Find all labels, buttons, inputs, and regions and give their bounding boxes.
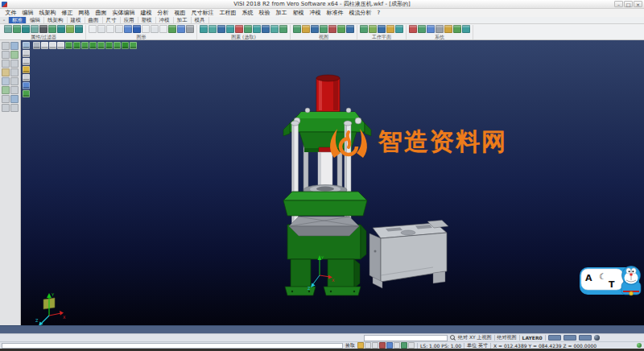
toolbar-icon[interactable]	[57, 25, 65, 33]
layer-swatch[interactable]	[548, 335, 561, 341]
toolbar-icon[interactable]	[328, 25, 336, 33]
toolbar-icon[interactable]	[4, 25, 12, 33]
toolbar-icon[interactable]	[75, 25, 83, 33]
toolbar-icon[interactable]	[409, 25, 417, 33]
toolbar-icon[interactable]	[462, 25, 470, 33]
toolbar-icon[interactable]	[395, 25, 403, 33]
tab-4[interactable]: 建模	[68, 17, 85, 23]
toolbar-icon[interactable]	[208, 25, 217, 33]
toolbar-icon[interactable]	[253, 25, 261, 33]
toolbar-icon[interactable]	[168, 25, 176, 33]
toolbar-icon[interactable]	[453, 25, 461, 33]
toolbar-icon[interactable]	[311, 25, 319, 33]
left-panel-icon[interactable]	[10, 42, 19, 50]
command-input[interactable]	[2, 343, 343, 349]
tab-11[interactable]: 模具	[192, 17, 209, 23]
toolbar-icon[interactable]	[66, 25, 74, 33]
toolbar-icon[interactable]	[302, 25, 310, 33]
left-panel-icon[interactable]	[2, 95, 10, 103]
model-power-unit[interactable]	[369, 221, 448, 289]
left-panel-icon[interactable]	[2, 42, 10, 50]
left-panel-icon[interactable]	[10, 77, 19, 85]
toolbar-icon[interactable]	[89, 25, 97, 33]
render-mode-icon[interactable]	[594, 335, 600, 341]
model-hydraulic-press[interactable]: Y X Z	[283, 75, 371, 295]
toolbar-icon[interactable]	[151, 25, 159, 33]
toolbar-icon[interactable]	[217, 25, 225, 33]
snap-toggle-icon[interactable]	[372, 342, 378, 349]
tab-10[interactable]: 加工	[174, 17, 192, 23]
menu-item[interactable]: 文件	[2, 9, 19, 17]
menu-item[interactable]: 编辑	[19, 9, 36, 17]
tab-8[interactable]: 塑模	[138, 17, 156, 23]
toolbar-icon[interactable]	[226, 25, 234, 33]
snap-toggle-icon[interactable]	[408, 342, 415, 349]
menu-item[interactable]: 视图	[171, 9, 188, 17]
toolbar-icon[interactable]	[378, 25, 386, 33]
left-panel-icon[interactable]	[2, 86, 10, 94]
workplane-indicator[interactable]: 绝对 XY 上视图	[458, 334, 492, 341]
menu-item[interactable]: 校验	[256, 9, 273, 17]
toolbar-icon[interactable]	[418, 25, 426, 33]
tab-9[interactable]: 冲模	[156, 17, 174, 23]
menu-item[interactable]: 分析	[155, 9, 171, 17]
left-panel-icon[interactable]	[10, 68, 19, 76]
scene-canvas[interactable]: Y X Z	[21, 40, 644, 325]
menu-item[interactable]: 曲面	[93, 9, 109, 17]
close-button[interactable]: ×	[634, 1, 642, 7]
left-panel-icon[interactable]	[10, 60, 19, 68]
left-panel-icon[interactable]	[2, 68, 10, 76]
toolbar-icon[interactable]	[386, 25, 394, 33]
left-panel-icon[interactable]	[10, 104, 19, 112]
snap-toggle-icon[interactable]	[357, 342, 364, 349]
toolbar-icon[interactable]	[293, 25, 301, 33]
toolbar-icon[interactable]	[279, 25, 287, 33]
left-panel-icon[interactable]	[10, 86, 19, 94]
tab-2[interactable]: 编辑	[27, 17, 44, 23]
toolbar-icon[interactable]	[244, 25, 252, 33]
toolbar-icon[interactable]	[22, 25, 30, 33]
toolbar-icon[interactable]	[444, 25, 452, 33]
menu-item[interactable]: 标准件	[324, 9, 346, 17]
left-panel-icon[interactable]	[10, 95, 19, 103]
toolbar-icon[interactable]	[436, 25, 444, 33]
toolbar-icon[interactable]	[346, 25, 354, 33]
snap-toggle-icon[interactable]	[401, 342, 407, 349]
toolbar-icon[interactable]	[106, 25, 114, 33]
left-panel-icon[interactable]	[2, 51, 10, 59]
toolbar-icon[interactable]	[262, 25, 270, 33]
toolbar-icon[interactable]	[159, 25, 167, 33]
toolbar-icon[interactable]	[177, 25, 185, 33]
toolbar-icon[interactable]	[133, 25, 141, 33]
menu-item[interactable]: 工程图	[217, 9, 239, 17]
tab-7[interactable]: 应用	[121, 17, 138, 23]
view-indicator[interactable]: 绝对视图	[497, 334, 517, 341]
menu-item[interactable]: 网格	[76, 9, 93, 17]
toolbar-icon[interactable]	[235, 25, 243, 33]
menu-item[interactable]: ?	[374, 9, 383, 17]
menu-item[interactable]: 建模	[138, 9, 155, 17]
snap-toggle-icon[interactable]	[365, 342, 371, 349]
toolbar-icon[interactable]	[39, 25, 47, 33]
tab-6[interactable]: 尺寸	[103, 17, 121, 23]
menu-item[interactable]: 塑模	[290, 9, 307, 17]
maximize-button[interactable]: □	[624, 1, 633, 7]
view-search-input[interactable]	[364, 335, 448, 341]
toolbar-icon[interactable]	[200, 25, 208, 33]
menu-item[interactable]: 尺寸标注	[188, 9, 217, 17]
collapse-tabs-button[interactable]: -	[0, 17, 9, 23]
left-panel-icon[interactable]	[2, 60, 10, 68]
toolbar-icon[interactable]	[142, 25, 150, 33]
3d-viewport[interactable]: Y X Z	[21, 40, 644, 325]
minimize-button[interactable]: –	[614, 1, 623, 7]
tab-3[interactable]: 线架构	[44, 17, 68, 23]
menu-item[interactable]: 冲模	[307, 9, 324, 17]
tab-5[interactable]: 曲面	[85, 17, 103, 23]
toolbar-icon[interactable]	[320, 25, 328, 33]
tab-1[interactable]: 标准	[9, 17, 27, 23]
toolbar-icon[interactable]	[369, 25, 377, 33]
toolbar-icon[interactable]	[48, 25, 56, 33]
toolbar-icon[interactable]	[13, 25, 21, 33]
search-icon[interactable]	[450, 335, 456, 341]
menu-item[interactable]: 系统	[239, 9, 256, 17]
